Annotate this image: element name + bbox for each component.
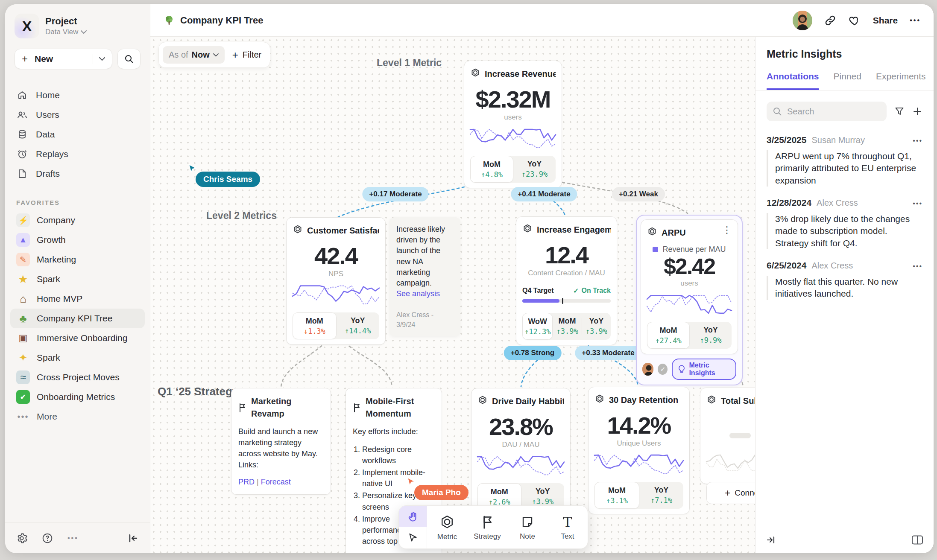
- sidebar-item-replays[interactable]: Replays: [10, 144, 145, 164]
- search-input[interactable]: [787, 107, 881, 117]
- filter-button[interactable]: + Filter: [232, 49, 261, 61]
- note-card[interactable]: Increase likely driven by the launch of …: [389, 217, 460, 336]
- chevron-down-icon: [81, 30, 87, 34]
- stat-wow: WoW↑12.3%: [522, 313, 553, 340]
- sidebar-item-label: Data: [36, 129, 55, 140]
- metric-card-arpu[interactable]: ARPU ⋮ Revenue per MAU $2.42 users MoM↑2…: [641, 219, 738, 354]
- as-of-dropdown[interactable]: As of Now: [163, 46, 225, 64]
- strategy-intro: Key efforts include:: [353, 426, 435, 437]
- metric-card-drive-daily-habbits[interactable]: Drive Daily Habbits 23.8% DAU / MAU MoM↑…: [471, 388, 571, 516]
- forecast-link[interactable]: Forecast: [261, 478, 291, 486]
- help-icon: [42, 533, 53, 544]
- correlation-badge: +0.21 Weak: [612, 187, 665, 201]
- annotation-author: Susan Murray: [811, 135, 865, 145]
- connect-data-button[interactable]: +Connect: [706, 482, 755, 504]
- sidebar-item-spark-2[interactable]: ✦ Spark: [10, 348, 145, 368]
- tab-annotations[interactable]: Annotations: [767, 71, 819, 90]
- select-tool-button[interactable]: [399, 527, 427, 548]
- split-view-button[interactable]: [911, 535, 923, 545]
- sidebar-item-home[interactable]: Home: [10, 85, 145, 105]
- annotation-menu-button[interactable]: •••: [913, 262, 922, 270]
- tab-experiments[interactable]: Experiments: [876, 71, 926, 90]
- workspace-switcher[interactable]: X Project Data View: [5, 4, 150, 43]
- kpi-tree-canvas[interactable]: As of Now + Filter Level 1 Metric Level …: [150, 37, 755, 553]
- sidebar-item-more[interactable]: ••• More: [10, 407, 145, 426]
- sidebar-item-cross-project-moves[interactable]: ≈ Cross Project Moves: [10, 368, 145, 387]
- on-track-status: ✓On Track: [573, 287, 611, 295]
- clock-icon: [16, 149, 28, 159]
- sidebar-more-button[interactable]: •••: [67, 534, 79, 542]
- metric-insights-button[interactable]: Metric Insights: [672, 359, 736, 380]
- sidebar-item-drafts[interactable]: Drafts: [10, 164, 145, 184]
- metric-unit: DAU / MAU: [477, 440, 564, 449]
- metric-card-arpu-selection[interactable]: ARPU ⋮ Revenue per MAU $2.42 users MoM↑2…: [636, 215, 743, 385]
- annotation-menu-button[interactable]: •••: [913, 137, 922, 145]
- strategy-tool-button[interactable]: Strategy: [467, 506, 507, 548]
- settings-button[interactable]: [16, 533, 27, 544]
- sparkline: [647, 291, 732, 318]
- note-icon: [521, 515, 534, 529]
- workspace-view-dropdown[interactable]: Data View: [45, 28, 87, 36]
- metric-tool-button[interactable]: Metric: [427, 506, 467, 548]
- sidebar-item-data[interactable]: Data: [10, 125, 145, 144]
- metric-value: $2.42: [647, 255, 732, 278]
- new-button[interactable]: + New: [15, 49, 112, 69]
- note-text: Increase likely driven by the launch of …: [396, 224, 454, 289]
- sidebar-item-spark[interactable]: ★ Spark: [10, 269, 145, 289]
- stat-mom: MoM↓1.3%: [293, 312, 337, 339]
- see-analysis-link[interactable]: See analysis: [396, 289, 454, 299]
- chevron-down-icon[interactable]: [99, 57, 105, 61]
- sidebar-item-onboarding-metrics[interactable]: ✔ Onboarding Metrics: [10, 387, 145, 407]
- sidebar-item-company-kpi-tree[interactable]: ♣ Company KPI Tree: [10, 309, 145, 328]
- sidebar-item-users[interactable]: Users: [10, 105, 145, 125]
- metric-card-customer-satisfaction[interactable]: Customer Satisfaction 42.4 NPS MoM↓1.3% …: [286, 217, 386, 345]
- add-annotation-button[interactable]: [912, 106, 922, 117]
- annotation-item[interactable]: 12/28/2024 Alex Cress ••• 3% drop likely…: [755, 188, 934, 251]
- metric-card-increase-revenue[interactable]: Increase Revenue $2.32M users MoM↑4.8% Y…: [464, 61, 562, 188]
- metric-card-30-day-retention[interactable]: 30 Day Retention 14.2% Unique Users MoM↑…: [588, 387, 690, 514]
- help-button[interactable]: [42, 533, 53, 544]
- sidebar-item-immersive-onboarding[interactable]: ▣ Immersive Onboarding: [10, 328, 145, 348]
- copy-link-button[interactable]: [824, 15, 836, 26]
- annotation-menu-button[interactable]: •••: [913, 200, 922, 207]
- collapse-sidebar-button[interactable]: [128, 533, 139, 543]
- filter-annotations-button[interactable]: [894, 106, 905, 117]
- text-tool-button[interactable]: T Text: [548, 506, 588, 548]
- sidebar-item-company[interactable]: ⚡ Company: [10, 210, 145, 230]
- annotation-item[interactable]: 6/25/2024 Alex Cress ••• Mostly flat thi…: [755, 251, 934, 302]
- plus-icon: +: [22, 53, 28, 65]
- topbar-more-button[interactable]: •••: [910, 17, 921, 24]
- collapse-panel-button[interactable]: [766, 535, 777, 545]
- share-button[interactable]: Share: [873, 15, 898, 26]
- sidebar-item-marketing[interactable]: ✎ Marketing: [10, 250, 145, 269]
- user-avatar[interactable]: [793, 11, 812, 30]
- sidebar-item-home-mvp[interactable]: ⌂ Home MVP: [10, 289, 145, 309]
- goal-icon: [293, 225, 303, 237]
- text-icon: T: [563, 515, 572, 529]
- split-panel-icon: [911, 535, 923, 545]
- star-icon: ★: [16, 272, 30, 286]
- stat-mom: MoM↑3.1%: [594, 482, 639, 509]
- favorite-button[interactable]: [848, 15, 861, 26]
- sparkline: [470, 125, 556, 152]
- prd-link[interactable]: PRD: [238, 478, 255, 486]
- correlation-badge: +0.41 Moderate: [511, 187, 577, 201]
- cursor-tool-icon: [407, 532, 419, 543]
- hand-tool-button[interactable]: [399, 506, 427, 527]
- note-tool-button[interactable]: Note: [507, 506, 548, 548]
- metric-card-total-subscriptions[interactable]: Total Subscript +Connect: [700, 388, 755, 484]
- metric-card-increase-engagement[interactable]: Increase Engagement 12.4 Content Creatio…: [516, 216, 617, 345]
- strategy-card-marketing-revamp[interactable]: Marketing Revamp Build and launch a new …: [231, 388, 331, 495]
- flag-icon: [238, 403, 247, 412]
- tab-pinned[interactable]: Pinned: [833, 71, 861, 90]
- metric-value: $2.32M: [470, 87, 556, 112]
- correlation-badge: +0.17 Moderate: [362, 187, 428, 201]
- sidebar-item-growth[interactable]: ▲ Growth: [10, 230, 145, 250]
- card-menu-button[interactable]: ⋮: [722, 226, 732, 234]
- lightning-icon: ⚡: [16, 213, 30, 227]
- annotations-search[interactable]: [767, 102, 887, 121]
- cursor-arrow-icon: [406, 476, 417, 487]
- annotation-item[interactable]: 3/25/2025 Susan Murray ••• ARPU went up …: [755, 125, 934, 188]
- sidebar-search-button[interactable]: [117, 49, 141, 69]
- metric-value: 14.2%: [594, 413, 683, 438]
